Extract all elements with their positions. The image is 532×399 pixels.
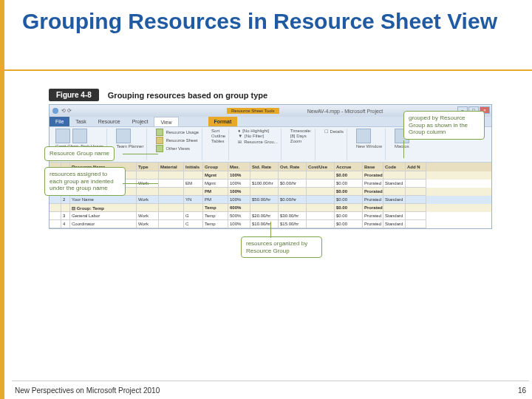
cell[interactable]: 2 xyxy=(61,196,70,204)
tab-format[interactable]: Format xyxy=(208,117,238,126)
cell[interactable] xyxy=(279,188,307,196)
cell[interactable] xyxy=(406,171,426,180)
cell[interactable]: YN xyxy=(184,196,203,204)
cell[interactable]: Standard xyxy=(383,196,406,204)
cell[interactable] xyxy=(279,171,307,180)
cell[interactable]: 100% xyxy=(228,171,250,180)
cell[interactable] xyxy=(406,180,426,188)
table-row[interactable]: ⊟ Group: TempTemp600%$0.00Prorated xyxy=(50,204,491,212)
planner-label[interactable]: Team Planner xyxy=(116,144,143,149)
cell[interactable] xyxy=(406,204,426,212)
cell[interactable]: PM xyxy=(203,188,228,196)
cell[interactable] xyxy=(137,204,159,212)
timescale-value[interactable]: [8] Days xyxy=(290,134,307,138)
cell[interactable]: Work xyxy=(137,220,159,228)
res-usage-label[interactable]: Resource Usage xyxy=(166,130,199,134)
cell[interactable] xyxy=(307,204,335,212)
table-row[interactable]: 2 Your NameWorkYNPM100%$50.00/hr$0.00/hr… xyxy=(50,196,491,204)
tab-resource[interactable]: Resource xyxy=(92,117,126,126)
details-checkbox[interactable]: Details xyxy=(330,129,344,134)
col-accrue[interactable]: Accrue xyxy=(335,163,363,171)
cell[interactable]: 500% xyxy=(228,212,250,220)
col-group[interactable]: Group xyxy=(203,163,228,171)
col-costuse[interactable]: Cost/Use xyxy=(307,163,335,171)
cell[interactable] xyxy=(307,180,335,188)
cell[interactable]: 100% xyxy=(228,220,250,228)
cell[interactable]: Standard xyxy=(383,212,406,220)
cell[interactable] xyxy=(50,196,61,204)
col-ovtrate[interactable]: Ovt. Rate xyxy=(279,163,307,171)
cell[interactable] xyxy=(383,188,406,196)
cell[interactable]: Work xyxy=(137,196,159,204)
tab-project[interactable]: Project xyxy=(126,117,154,126)
cell[interactable] xyxy=(406,220,426,228)
cell[interactable] xyxy=(137,171,159,180)
cell[interactable]: Temp xyxy=(203,212,228,220)
cell[interactable] xyxy=(50,212,61,220)
col-stdrate[interactable]: Std. Rate xyxy=(250,163,279,171)
cell[interactable]: Prorated xyxy=(363,196,383,204)
cell[interactable] xyxy=(406,196,426,204)
cell[interactable] xyxy=(406,188,426,196)
cell[interactable] xyxy=(159,188,184,196)
cell[interactable] xyxy=(307,196,335,204)
cell[interactable]: $0.00 xyxy=(335,188,363,196)
cell[interactable]: 600% xyxy=(228,204,250,212)
tables-label[interactable]: Tables xyxy=(211,139,224,143)
cell[interactable] xyxy=(250,188,279,196)
cell[interactable]: $10.00/hr xyxy=(250,220,279,228)
cell[interactable]: G xyxy=(184,212,203,220)
cell[interactable]: Temp xyxy=(203,204,228,212)
cell[interactable]: 100% xyxy=(228,188,250,196)
cell[interactable]: Mgmt xyxy=(203,180,228,188)
cell[interactable] xyxy=(307,220,335,228)
cell[interactable] xyxy=(159,180,184,188)
cell[interactable]: Your Name xyxy=(70,196,137,204)
cell[interactable]: 4 xyxy=(61,220,70,228)
cell[interactable]: 100% xyxy=(228,180,250,188)
cell[interactable] xyxy=(307,212,335,220)
cell[interactable]: EM xyxy=(184,180,203,188)
cell[interactable]: 100% xyxy=(228,196,250,204)
cell[interactable]: PM xyxy=(203,196,228,204)
cell[interactable]: Prorated xyxy=(363,188,383,196)
cell[interactable]: Prorated xyxy=(363,212,383,220)
other-views-label[interactable]: Other Views xyxy=(166,146,190,151)
cell[interactable]: Prorated xyxy=(363,204,383,212)
outline-label[interactable]: Outline xyxy=(211,134,225,138)
cell[interactable] xyxy=(184,171,203,180)
cell[interactable] xyxy=(307,188,335,196)
col-material[interactable]: Material xyxy=(159,163,184,171)
cell[interactable]: Prorated xyxy=(363,180,383,188)
tab-view[interactable]: View xyxy=(154,117,178,126)
cell[interactable] xyxy=(50,204,61,212)
table-row[interactable]: 3 General LaborWorkGTemp500%$20.00/hr$30… xyxy=(50,212,491,220)
cell[interactable] xyxy=(137,188,159,196)
cell[interactable]: $100.00/hr xyxy=(250,180,279,188)
cell[interactable]: ⊟ Group: Temp xyxy=(70,204,137,212)
cell[interactable] xyxy=(406,212,426,220)
tab-task[interactable]: Task xyxy=(69,117,92,126)
cell[interactable] xyxy=(383,204,406,212)
cell[interactable] xyxy=(184,204,203,212)
cell[interactable] xyxy=(279,204,307,212)
cell[interactable]: $50.00/hr xyxy=(250,196,279,204)
sort-label[interactable]: Sort xyxy=(211,129,219,133)
zoom-label[interactable]: Zoom xyxy=(290,139,301,143)
cell[interactable]: $0.00 xyxy=(335,212,363,220)
cell[interactable]: Coordinator xyxy=(70,220,137,228)
macros-label[interactable]: Macros xyxy=(395,144,409,149)
cell[interactable] xyxy=(307,171,335,180)
groupby-dropdown[interactable]: Resource Grou... xyxy=(244,140,278,144)
cell[interactable] xyxy=(159,196,184,204)
cell[interactable]: $15.00/hr xyxy=(279,220,307,228)
res-sheet-label[interactable]: Resource Sheet xyxy=(166,138,197,143)
cell[interactable] xyxy=(250,171,279,180)
cell[interactable]: C xyxy=(184,220,203,228)
cell[interactable] xyxy=(250,204,279,212)
cell[interactable]: Standard xyxy=(383,220,406,228)
cell[interactable]: $20.00/hr xyxy=(250,212,279,220)
cell[interactable] xyxy=(159,204,184,212)
col-add[interactable]: Add N xyxy=(406,163,426,171)
cell[interactable]: $0.00 xyxy=(335,220,363,228)
